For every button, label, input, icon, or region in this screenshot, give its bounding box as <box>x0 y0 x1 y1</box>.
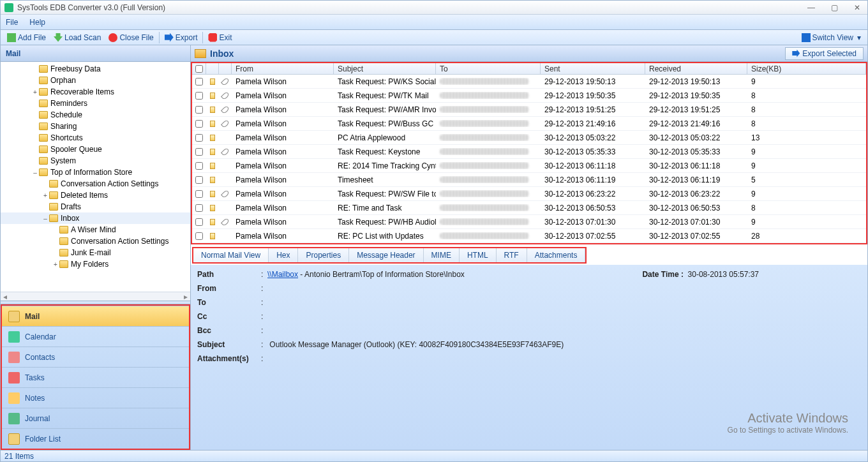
column-sent[interactable]: Sent <box>541 63 645 74</box>
tree-node[interactable]: System <box>1 155 190 167</box>
nav-item-folder-list[interactable]: Folder List <box>2 428 189 449</box>
tab-attachments[interactable]: Attachments <box>527 248 586 262</box>
row-checkbox[interactable] <box>195 106 203 114</box>
datetime-value: 30-08-2013 05:57:37 <box>688 270 759 279</box>
cell-sent: 30-12-2013 06:11:18 <box>541 161 645 170</box>
exit-button[interactable]: Exit <box>204 31 236 45</box>
row-checkbox[interactable] <box>195 232 203 240</box>
path-link[interactable]: \\Mailbox <box>267 270 298 279</box>
tab-rtf[interactable]: RTF <box>497 248 527 262</box>
tree-node[interactable]: Drafts <box>1 201 190 212</box>
nav-item-notes[interactable]: Notes <box>2 387 189 408</box>
mail-row[interactable]: Pamela WilsonRE: 2014 Time Tracking Cynt… <box>192 159 866 173</box>
tree-node[interactable]: Reminders <box>1 98 190 109</box>
expand-icon[interactable]: – <box>31 169 39 176</box>
export-button[interactable]: Export <box>161 31 202 45</box>
export-selected-button[interactable]: Export Selected <box>785 47 864 60</box>
column-icon1[interactable] <box>206 63 219 74</box>
row-checkbox[interactable] <box>195 92 203 100</box>
minimize-button[interactable]: — <box>805 3 818 12</box>
tree-node[interactable]: +Recoverable Items <box>1 86 190 98</box>
mail-row[interactable]: Pamela WilsonRE: PC List with Updates30-… <box>192 229 866 243</box>
mail-row[interactable]: Pamela WilsonTask Request: PW/Buss GC29-… <box>192 117 866 131</box>
menu-help[interactable]: Help <box>29 18 45 27</box>
journal-icon <box>8 413 20 424</box>
tree-node[interactable]: Orphan <box>1 75 190 86</box>
expand-icon[interactable]: + <box>31 89 39 96</box>
tab-properties[interactable]: Properties <box>298 248 349 262</box>
nav-item-calendar[interactable]: Calendar <box>2 326 189 346</box>
cell-size: 28 <box>747 232 866 241</box>
nav-item-mail[interactable]: Mail <box>2 306 189 326</box>
mail-row[interactable]: Pamela WilsonTask Request: PW/HB Audiol.… <box>192 215 866 229</box>
column-subject[interactable]: Subject <box>334 63 436 74</box>
switch-view-button[interactable]: Switch View▾ <box>798 31 865 45</box>
mail-row[interactable]: Pamela WilsonTask Request: PW/TK Mail29-… <box>192 89 866 103</box>
menu-file[interactable]: File <box>6 18 18 27</box>
tab-normal-mail-view[interactable]: Normal Mail View <box>193 248 269 262</box>
tree-node[interactable]: Shortcuts <box>1 132 190 144</box>
close-file-button[interactable]: Close File <box>105 31 157 45</box>
tree-node[interactable]: –Inbox <box>1 212 190 224</box>
mail-row[interactable]: Pamela WilsonTask Request: Keystone30-12… <box>192 145 866 159</box>
row-checkbox[interactable] <box>195 162 203 170</box>
tab-html[interactable]: HTML <box>460 248 497 262</box>
row-checkbox[interactable] <box>195 134 203 142</box>
tree-node[interactable]: +Deleted Items <box>1 190 190 201</box>
add-file-button[interactable]: Add File <box>3 31 50 45</box>
column-received[interactable]: Received <box>645 63 747 74</box>
cell-from: Pamela Wilson <box>232 232 334 241</box>
nav-item-contacts[interactable]: Contacts <box>2 346 189 367</box>
mail-row[interactable]: Pamela WilsonPC Atria Applewood30-12-201… <box>192 131 866 145</box>
mail-row[interactable]: Pamela WilsonRE: Time and Task30-12-2013… <box>192 201 866 215</box>
row-checkbox[interactable] <box>195 190 203 198</box>
row-checkbox[interactable] <box>195 176 203 184</box>
envelope-icon <box>210 93 215 99</box>
tree-node[interactable]: –Top of Information Store <box>1 167 190 178</box>
column-icon2[interactable] <box>219 63 232 74</box>
tree-node-label: Reminders <box>50 99 87 108</box>
mail-panel-header: Mail <box>1 45 190 62</box>
expand-icon[interactable]: – <box>41 215 49 222</box>
tree-node[interactable]: +My Folders <box>1 258 190 270</box>
column-from[interactable]: From <box>232 63 334 74</box>
nav-item-tasks[interactable]: Tasks <box>2 367 189 387</box>
row-checkbox[interactable] <box>195 204 203 212</box>
tree-node[interactable]: Schedule <box>1 109 190 121</box>
tab-message-header[interactable]: Message Header <box>349 248 423 262</box>
mail-row[interactable]: Pamela WilsonTask Request: PW/SW File to… <box>192 187 866 201</box>
tree-node[interactable]: Conversation Action Settings <box>1 178 190 190</box>
tree-node[interactable]: Junk E-mail <box>1 247 190 258</box>
tree-node[interactable]: Freebusy Data <box>1 63 190 75</box>
mail-row[interactable]: Pamela WilsonTimesheet30-12-2013 06:11:1… <box>192 173 866 187</box>
tab-hex[interactable]: Hex <box>269 248 298 262</box>
close-button[interactable]: ✕ <box>851 3 864 12</box>
cell-received: 30-12-2013 07:01:30 <box>645 218 747 227</box>
mail-row[interactable]: Pamela WilsonTask Request: PW/AMR Invoi.… <box>192 103 866 117</box>
folder-tree[interactable]: Freebusy DataOrphan+Recoverable ItemsRem… <box>1 62 190 292</box>
cell-received: 29-12-2013 21:49:16 <box>645 119 747 128</box>
tree-node[interactable]: A Wiser Mind <box>1 224 190 235</box>
envelope-icon <box>210 149 215 155</box>
maximize-button[interactable]: ▢ <box>828 3 841 12</box>
select-all-checkbox[interactable] <box>195 65 203 73</box>
mail-row[interactable]: Pamela WilsonTask Request: PW/KS Social … <box>192 75 866 89</box>
tree-node[interactable]: Spooler Queue <box>1 144 190 155</box>
load-scan-button[interactable]: Load Scan <box>50 31 105 45</box>
row-checkbox[interactable] <box>195 148 203 156</box>
expand-icon[interactable]: + <box>52 261 59 268</box>
column-to[interactable]: To <box>436 63 541 74</box>
cell-subject: Task Request: Keystone <box>334 147 436 156</box>
tree-node[interactable]: Sharing <box>1 121 190 132</box>
expand-icon[interactable]: + <box>41 192 49 199</box>
tree-scrollbar[interactable]: ◂▸ <box>1 292 190 301</box>
cell-subject: Timesheet <box>334 175 436 184</box>
tab-mime[interactable]: MIME <box>424 248 460 262</box>
row-checkbox[interactable] <box>195 218 203 226</box>
column-size[interactable]: Size(KB) <box>747 63 866 74</box>
row-checkbox[interactable] <box>195 120 203 128</box>
tree-node[interactable]: Conversation Action Settings <box>1 235 190 247</box>
nav-item-journal[interactable]: Journal <box>2 408 189 428</box>
column-checkbox[interactable] <box>192 63 206 74</box>
row-checkbox[interactable] <box>195 78 203 86</box>
